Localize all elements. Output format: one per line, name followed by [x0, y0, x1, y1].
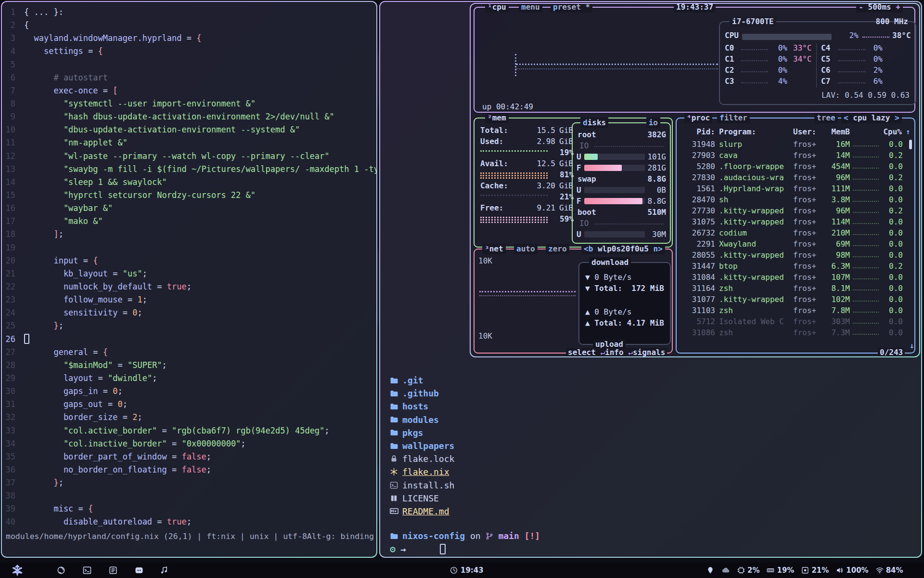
proc-panel-tab[interactable]: ⁴proc	[684, 113, 712, 123]
btop-proc-panel: ⁴proc filter tree < cpu lazy > Pid: Prog…	[676, 118, 915, 354]
cpu-temp-graph	[862, 37, 889, 38]
process-row[interactable]: 5712Isolated Web Cfros+303M0.0	[677, 316, 914, 327]
process-row[interactable]: 31447btopfros+6.3M0.2	[677, 261, 914, 272]
discord-icon	[135, 566, 143, 575]
process-row[interactable]: 27830.audacious-wrafros+96M0.2	[677, 172, 914, 183]
process-row[interactable]: 31164zshfros+8.1M0.0	[677, 283, 914, 294]
header-memb[interactable]: MemB	[828, 127, 850, 136]
upload-speed: ▲ 0 Byte/s	[585, 307, 631, 316]
menu-button[interactable]: menu	[519, 4, 542, 13]
prompt-arrow-icon: →	[400, 544, 406, 554]
header-program[interactable]: Program:	[719, 127, 756, 136]
proc-position-indicator: 0/243	[878, 348, 905, 356]
core-label: C4	[821, 43, 830, 53]
disk-row: U0B	[573, 184, 670, 196]
header-cpu[interactable]: Cpu%	[879, 127, 902, 136]
proc-scrollbar[interactable]	[909, 140, 912, 149]
taskbar-module-ram[interactable]: 19%	[767, 566, 794, 575]
disks-io-toggle[interactable]: io	[646, 118, 660, 128]
file-list-item: install.sh	[390, 479, 454, 492]
desktop: 1{ ... }:2{3 wayland.windowManager.hyprl…	[0, 0, 924, 578]
taskbar-launcher-nix[interactable]	[12, 563, 23, 578]
process-row[interactable]: 27903cavafros+14M0.2	[677, 150, 914, 161]
taskbar-launcher-discord[interactable]	[135, 563, 143, 578]
editor-line: 35 border_part_of_window = false;	[2, 450, 376, 463]
taskbar-clock[interactable]: 19:43	[450, 563, 484, 578]
disks-tab[interactable]: disks	[580, 118, 608, 128]
net-zero-button[interactable]: zero	[546, 244, 569, 254]
proc-sort-selector[interactable]: < cpu lazy >	[841, 113, 902, 123]
module-value: 21%	[811, 566, 829, 575]
net-interface-selector[interactable]: <b wlp0s20f0u5 n>	[581, 244, 665, 254]
line-number: 38	[2, 489, 24, 502]
process-row[interactable]: 31086zshfros+7.3M0.0	[677, 327, 914, 338]
preset-button[interactable]: preset *	[551, 4, 592, 13]
taskbar-module-pin[interactable]	[706, 566, 714, 574]
core-label: C0	[725, 43, 734, 53]
header-pid[interactable]: Pid:	[686, 127, 715, 136]
line-number: 35	[2, 450, 24, 463]
update-interval-control[interactable]: - 500ms +	[856, 4, 903, 13]
editor-statusline: modules/home/hyprland/config.nix (26,1) …	[2, 530, 376, 543]
mem-panel-tab[interactable]: ²mem	[485, 113, 509, 123]
process-row[interactable]: 31077.kitty-wrappedfros+102M0.0	[677, 294, 914, 305]
statusline-mode-hint: Alt-g: binding	[307, 530, 374, 543]
disk-row: U30M	[573, 229, 670, 240]
process-row[interactable]: 27730.kitty-wrappedfros+96M0.2	[677, 205, 914, 216]
editor-line: 31 gaps_out = 0;	[2, 398, 376, 411]
core-meter	[741, 60, 768, 61]
line-number: 16	[2, 202, 24, 215]
process-row[interactable]: 28055.kitty-wrappedfros+98M0.0	[677, 250, 914, 261]
taskbar-module-cloud[interactable]	[721, 566, 730, 575]
process-row[interactable]: 31103zshfros+7.8M0.0	[677, 305, 914, 316]
proc-footer-buttons[interactable]: select ↵info ↵signals	[566, 348, 667, 356]
editor-cursor	[24, 334, 29, 344]
process-row[interactable]: 31075.kitty-wrappedfros+114M0.0	[677, 216, 914, 227]
shell-prompt-input[interactable]: ⚙ →	[390, 543, 446, 555]
cpu-panel-tab[interactable]: ¹cpu	[485, 4, 509, 13]
taskbar-module-speaker[interactable]: 100%	[836, 566, 868, 575]
taskbar-module-wifi[interactable]: 84%	[876, 566, 903, 575]
folder-icon	[390, 376, 402, 385]
prompt-directory: nixos-config	[402, 531, 465, 541]
code-area[interactable]: 1{ ... }:2{3 wayland.windowManager.hyprl…	[2, 6, 376, 529]
cpu-frequency: 800 MHz	[873, 16, 911, 27]
taskbar-launcher-terminal-app[interactable]	[83, 563, 91, 578]
process-row[interactable]: 1561.Hyprland-wrapfros+111M0.0	[677, 183, 914, 194]
net-auto-button[interactable]: auto	[514, 244, 538, 254]
taskbar-launcher-firefox[interactable]	[57, 563, 65, 578]
cpu-total-label: CPU	[725, 31, 739, 40]
core-meter	[741, 82, 768, 83]
scroll-down-icon[interactable]: ↓	[910, 341, 914, 350]
process-row[interactable]: 26732codiumfros+210M0.0	[677, 227, 914, 238]
proc-tree-button[interactable]: tree	[814, 113, 838, 123]
process-row[interactable]: 31084.kitty-wrappedfros+107M0.0	[677, 272, 914, 283]
process-row[interactable]: 2291Xwaylandfros+69M0.0	[677, 238, 914, 250]
line-number: 40	[2, 515, 24, 528]
net-graph-line2	[479, 295, 576, 296]
file-list-item: LICENSE	[390, 492, 454, 505]
editor-line: 39 misc = {	[2, 502, 376, 515]
snowflake-icon	[390, 468, 402, 476]
load-average: LAV: 0.54 0.59 0.63	[821, 91, 910, 100]
cloud-icon	[721, 566, 730, 575]
taskbar-launcher-music[interactable]	[160, 563, 168, 578]
taskbar-launcher-notes[interactable]	[109, 563, 117, 578]
disk-row: IO	[573, 140, 670, 151]
editor-window: 1{ ... }:2{3 wayland.windowManager.hyprl…	[1, 1, 377, 558]
process-row[interactable]: 5280.floorp-wrappefros+454M0.0	[677, 161, 914, 172]
module-value: 19%	[777, 566, 794, 575]
file-name: wallpapers	[402, 441, 454, 451]
editor-line: 37 };	[2, 476, 376, 489]
taskbar-module-disk[interactable]: 21%	[801, 566, 829, 575]
taskbar-module-chip[interactable]: 2%	[737, 566, 759, 575]
proc-filter-button[interactable]: filter	[717, 113, 750, 123]
process-row[interactable]: 31948slurpfros+16M0.0	[677, 139, 914, 150]
header-user[interactable]: User:	[793, 127, 816, 136]
net-panel-tab[interactable]: ³net	[482, 244, 506, 254]
process-row[interactable]: 28470shfros+3.8M0.0	[677, 194, 914, 205]
process-table[interactable]: 31948slurpfros+16M0.027903cavafros+14M0.…	[677, 139, 914, 338]
editor-line: 40 disable_autoreload = true;	[2, 515, 376, 528]
file-list-item: modules	[390, 413, 454, 426]
sort-direction-icon[interactable]: ↑	[906, 127, 911, 136]
